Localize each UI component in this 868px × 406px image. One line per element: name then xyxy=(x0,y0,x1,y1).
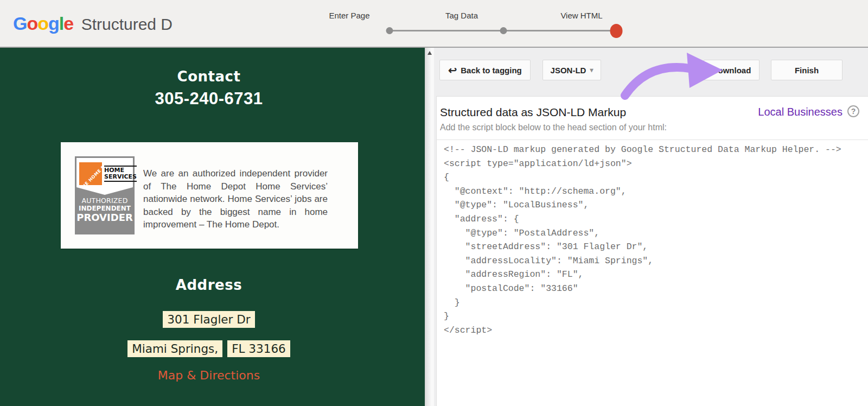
panel-title: Structured data as JSON-LD Markup xyxy=(440,106,626,119)
badge-top: THE HOME DEPOT HOME SERVICES xyxy=(76,158,133,187)
schema-type-area: Local Businesses ? xyxy=(758,106,859,118)
stepper-dot-view-html-active xyxy=(610,24,623,38)
stepper-dot-tag-data xyxy=(500,27,507,34)
help-icon[interactable]: ? xyxy=(847,105,859,117)
markup-output-area: ↩ Back to tagging JSON-LD ▾ Download Fin… xyxy=(434,48,868,406)
region-zip-highlight[interactable]: FL 33166 xyxy=(227,340,290,357)
scrollbar-up-arrow-icon[interactable] xyxy=(427,51,432,55)
logo-letter: g xyxy=(48,13,59,34)
back-to-tagging-button[interactable]: ↩ Back to tagging xyxy=(439,60,531,80)
provider-card: THE HOME DEPOT HOME SERVICES AUTHORIZED … xyxy=(61,142,358,249)
city-highlight[interactable]: Miami Springs, xyxy=(127,340,222,357)
step-view-html: View HTML xyxy=(560,11,602,20)
structured-data-markup-helper-app: Google Structured D Enter Page Tag Data … xyxy=(0,0,868,406)
chevron-down-icon: ▾ xyxy=(590,66,593,74)
street-address-highlight[interactable]: 301 Flagler Dr xyxy=(163,311,254,328)
logo-letter: l xyxy=(59,13,63,34)
stepper-dot-enter-page xyxy=(386,27,393,34)
preview-scrollbar[interactable] xyxy=(425,48,434,406)
map-directions-link[interactable]: Map & Directions xyxy=(0,369,418,382)
top-bar: Google Structured D Enter Page Tag Data … xyxy=(0,0,868,48)
address-heading: Address xyxy=(0,277,418,293)
logo-letter: o xyxy=(37,13,48,34)
authorized-provider-shield: AUTHORIZED INDEPENDENT PROVIDER xyxy=(76,187,133,233)
json-ld-code-block[interactable]: <!-- JSON-LD markup generated by Google … xyxy=(437,140,868,337)
markup-panel: Structured data as JSON-LD Markup Local … xyxy=(436,96,868,406)
step-enter-page: Enter Page xyxy=(329,11,369,20)
step-tag-data: Tag Data xyxy=(445,11,478,20)
page-preview-panel: Contact 305-240-6731 THE HOME DEPOT HOME… xyxy=(0,48,425,406)
back-arrow-icon: ↩ xyxy=(448,65,457,75)
home-services-label: HOME SERVICES xyxy=(104,166,137,182)
product-name: Structured D xyxy=(81,15,173,33)
city-row: Miami Springs, FL 33166 xyxy=(0,340,418,357)
format-select-dropdown[interactable]: JSON-LD ▾ xyxy=(542,60,601,80)
logo-letter: e xyxy=(63,13,73,34)
panel-subtitle: Add the script block below to the head s… xyxy=(437,119,868,140)
logo-letter: G xyxy=(13,13,27,34)
provider-description: We are an authorized independent provide… xyxy=(143,167,328,231)
panel-header: Structured data as JSON-LD Markup Local … xyxy=(437,97,868,119)
phone-number: 305-240-6731 xyxy=(0,89,418,109)
home-depot-badge: THE HOME DEPOT HOME SERVICES AUTHORIZED … xyxy=(75,156,135,234)
purple-arrow-annotation xyxy=(614,50,728,100)
logo-letter: o xyxy=(27,13,37,34)
contact-heading: Contact xyxy=(0,68,418,85)
street-row: 301 Flagler Dr xyxy=(0,311,418,328)
home-depot-logo: THE HOME DEPOT xyxy=(79,162,102,185)
finish-button[interactable]: Finish xyxy=(771,60,843,80)
local-businesses-link[interactable]: Local Businesses xyxy=(758,106,843,118)
app-logo: Google Structured D xyxy=(13,13,176,34)
